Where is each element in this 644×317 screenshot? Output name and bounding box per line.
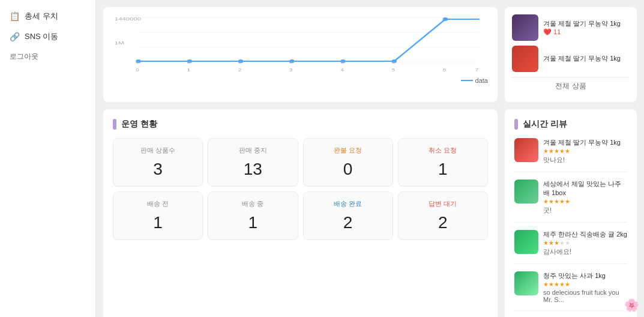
stat-label-ship-done: 배송 완료 [308, 199, 388, 208]
svg-text:1M: 1M [115, 40, 124, 46]
stat-label-cancel: 취소 요청 [403, 146, 483, 155]
stats-grid-row2: 배송 전 1 배송 중 1 배송 완료 2 답변 대기 2 [113, 192, 488, 240]
reviews-card: 실시간 리뷰 겨울 제철 딸기 무농약 1kg ★★★★★ 맛나요! 세상에서 … [505, 109, 637, 317]
review-text-3: 감사에요! [543, 247, 627, 256]
sns-icon: 🔗 [10, 32, 20, 41]
review-product-1: 겨울 제철 딸기 무농약 1kg [543, 138, 627, 146]
svg-text:7: 7 [475, 67, 479, 72]
stat-label-sales-stop: 판매 중지 [213, 146, 292, 155]
sidebar-item-manage-label: 총세 우치 [25, 11, 58, 22]
stat-box-cancel: 취소 요청 1 [398, 138, 488, 187]
reviews-accent-icon [514, 119, 518, 130]
decorative-flower-icon: 🌸 [624, 298, 639, 312]
stat-value-sales-stop: 13 [213, 160, 292, 179]
stat-label-shipping: 배송 중 [213, 199, 292, 208]
stat-value-cancel: 1 [403, 160, 483, 179]
reviews-header: 실시간 리뷰 [514, 119, 627, 130]
product-item-2: 겨울 제철 딸기 무농약 1kg [512, 46, 630, 72]
review-text-4: so delecious fruit fuck you Mr. S... [543, 289, 627, 303]
operations-header: 운영 현황 [113, 119, 488, 130]
bottom-section: 운영 현황 판매 상품수 3 판매 중지 13 완불 요청 0 취소 요청 1 [103, 109, 637, 317]
stat-box-sales-stop: 판매 중지 13 [208, 138, 298, 187]
logout-label: 로그아웃 [10, 52, 38, 61]
review-item-1: 겨울 제철 딸기 무농약 1kg ★★★★★ 맛나요! [514, 138, 627, 172]
stats-grid-row1: 판매 상품수 3 판매 중지 13 완불 요청 0 취소 요청 1 [113, 138, 488, 187]
stat-value-wait-reply: 2 [403, 213, 483, 232]
stat-box-before-ship: 배송 전 1 [113, 192, 203, 240]
stat-box-wait-reply: 답변 대기 2 [398, 192, 488, 240]
review-product-2: 세상에서 제일 맛있는 나주 배 1box [543, 180, 627, 197]
legend-line-icon [461, 80, 473, 81]
svg-text:0: 0 [136, 60, 139, 64]
svg-text:0: 0 [391, 60, 394, 64]
sidebar-item-manage[interactable]: 📋 총세 우치 [0, 6, 95, 26]
svg-text:1: 1 [187, 67, 191, 72]
chart-legend: data [113, 77, 488, 84]
svg-text:0: 0 [187, 60, 190, 64]
review-content-1: 겨울 제철 딸기 무농약 1kg ★★★★★ 맛나요! [543, 138, 627, 165]
sidebar: 📋 총세 우치 🔗 SNS 이동 로그아웃 [0, 0, 96, 317]
manage-icon: 📋 [10, 11, 20, 21]
product-thumb-2 [512, 46, 538, 72]
review-stars-3: ★★★★★ [543, 240, 627, 246]
svg-text:1440000: 1440000 [115, 16, 142, 22]
svg-text:6: 6 [443, 67, 447, 72]
stat-value-ship-done: 2 [308, 213, 388, 232]
stat-box-shipping: 배송 중 1 [208, 192, 298, 240]
product-name-1: 겨울 제철 딸기 무농약 1kg [543, 19, 630, 28]
svg-text:0: 0 [136, 67, 139, 72]
stat-label-full-pay: 완불 요청 [308, 146, 388, 155]
stat-box-full-pay: 완불 요청 0 [303, 138, 393, 187]
review-product-4: 청주 맛있는 사과 1kg [543, 271, 627, 280]
line-chart-svg: 1440000 1M [113, 14, 488, 74]
review-thumb-4 [514, 271, 538, 295]
review-thumb-2 [514, 180, 538, 204]
review-item-4: 청주 맛있는 사과 1kg ★★★★★ so delecious fruit f… [514, 271, 627, 311]
svg-point-12 [443, 17, 448, 21]
operations-title: 운영 현황 [121, 119, 157, 130]
reviews-title: 실시간 리뷰 [523, 119, 567, 130]
sidebar-item-sns[interactable]: 🔗 SNS 이동 [0, 26, 95, 47]
stat-box-sales-count: 판매 상품수 3 [113, 138, 203, 187]
review-content-3: 제주 한라산 직송배송 귤 2kg ★★★★★ 감사에요! [543, 230, 627, 256]
sidebar-item-logout[interactable]: 로그아웃 [0, 47, 95, 67]
product-thumb-1 [512, 14, 538, 41]
svg-text:5: 5 [391, 67, 395, 72]
chart-card: 1440000 1M [103, 7, 498, 102]
stat-value-shipping: 1 [213, 213, 292, 232]
review-stars-1: ★★★★★ [543, 148, 627, 154]
review-text-2: 굿! [543, 206, 627, 215]
chart-legend-label: data [475, 77, 488, 84]
all-products-button[interactable]: 전체 상품 [512, 77, 630, 95]
review-content-2: 세상에서 제일 맛있는 나주 배 1box ★★★★★ 굿! [543, 180, 627, 215]
review-content-4: 청주 맛있는 사과 1kg ★★★★★ so delecious fruit f… [543, 271, 627, 303]
stat-value-sales-count: 3 [118, 160, 197, 179]
stat-value-full-pay: 0 [308, 160, 388, 179]
review-product-3: 제주 한라산 직송배송 귤 2kg [543, 230, 627, 238]
stat-label-wait-reply: 답변 대기 [403, 199, 483, 208]
svg-text:4: 4 [340, 67, 344, 72]
main-content: 1440000 1M [96, 0, 644, 317]
top-section: 1440000 1M [103, 7, 637, 102]
sidebar-item-sns-label: SNS 이동 [25, 31, 58, 42]
svg-text:0: 0 [238, 60, 241, 64]
review-thumb-3 [514, 230, 538, 254]
stat-label-sales-count: 판매 상품수 [118, 146, 197, 155]
svg-text:0: 0 [340, 60, 343, 64]
product-name-2: 겨울 제철 딸기 무농약 1kg [543, 54, 630, 63]
section-accent-icon [113, 119, 116, 130]
review-text-1: 맛나요! [543, 155, 627, 165]
svg-text:2: 2 [238, 67, 242, 72]
operations-card: 운영 현황 판매 상품수 3 판매 중지 13 완불 요청 0 취소 요청 1 [103, 109, 498, 317]
review-item-3: 제주 한라산 직송배송 귤 2kg ★★★★★ 감사에요! [514, 230, 627, 264]
review-thumb-1 [514, 138, 538, 162]
stat-value-before-ship: 1 [118, 213, 197, 232]
product-heart-1: ❤️ 11 [543, 28, 630, 36]
review-item-2: 세상에서 제일 맛있는 나주 배 1box ★★★★★ 굿! [514, 180, 627, 223]
review-stars-2: ★★★★★ [543, 198, 627, 205]
svg-text:0: 0 [289, 60, 292, 64]
chart-container: 1440000 1M [113, 14, 488, 74]
stat-box-ship-done: 배송 완료 2 [303, 192, 393, 240]
product-item-1: 겨울 제철 딸기 무농약 1kg ❤️ 11 [512, 14, 630, 41]
review-stars-4: ★★★★★ [543, 281, 627, 288]
